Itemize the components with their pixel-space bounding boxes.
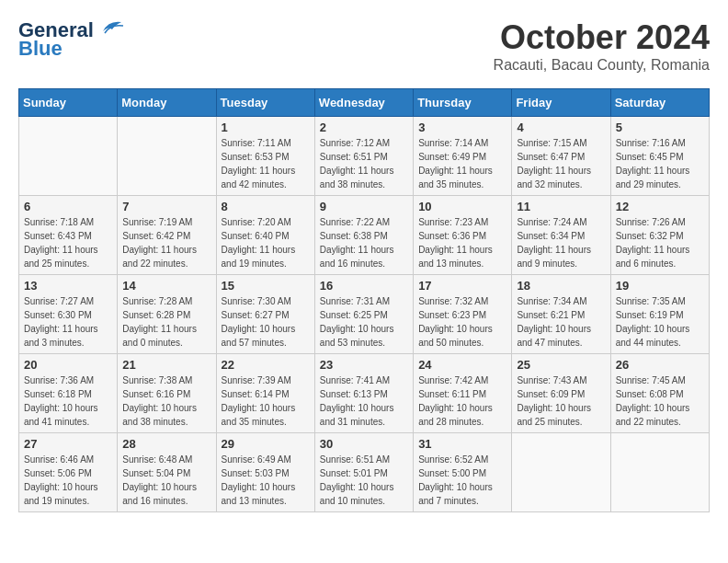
day-info: Sunrise: 7:41 AM Sunset: 6:13 PM Dayligh…: [320, 373, 408, 429]
calendar-cell: 20Sunrise: 7:36 AM Sunset: 6:18 PM Dayli…: [19, 354, 118, 433]
day-number: 31: [418, 437, 506, 451]
day-info: Sunrise: 7:22 AM Sunset: 6:38 PM Dayligh…: [320, 215, 408, 270]
day-number: 6: [24, 200, 112, 213]
calendar-cell: 15Sunrise: 7:30 AM Sunset: 6:27 PM Dayli…: [216, 275, 314, 354]
day-info: Sunrise: 7:39 AM Sunset: 6:14 PM Dayligh…: [222, 373, 310, 429]
calendar-cell: 6Sunrise: 7:18 AM Sunset: 6:43 PM Daylig…: [19, 196, 118, 275]
calendar-cell: 17Sunrise: 7:32 AM Sunset: 6:23 PM Dayli…: [414, 275, 512, 354]
day-number: 27: [24, 437, 112, 451]
day-number: 24: [418, 358, 506, 372]
day-number: 11: [517, 200, 605, 213]
calendar-header-saturday: Saturday: [610, 89, 709, 117]
calendar-cell: 8Sunrise: 7:20 AM Sunset: 6:40 PM Daylig…: [216, 196, 314, 275]
day-info: Sunrise: 6:49 AM Sunset: 5:03 PM Dayligh…: [222, 453, 310, 508]
day-info: Sunrise: 7:16 AM Sunset: 6:45 PM Dayligh…: [616, 136, 704, 191]
day-info: Sunrise: 7:42 AM Sunset: 6:11 PM Dayligh…: [418, 373, 506, 429]
day-info: Sunrise: 7:20 AM Sunset: 6:40 PM Dayligh…: [222, 215, 310, 270]
day-number: 7: [122, 200, 210, 213]
day-number: 20: [24, 358, 112, 372]
logo: General Blue: [18, 18, 125, 61]
day-number: 22: [222, 358, 310, 372]
calendar-cell: 5Sunrise: 7:16 AM Sunset: 6:45 PM Daylig…: [610, 117, 709, 196]
day-number: 5: [616, 121, 704, 134]
calendar-week-row: 27Sunrise: 6:46 AM Sunset: 5:06 PM Dayli…: [19, 433, 710, 512]
day-info: Sunrise: 6:48 AM Sunset: 5:04 PM Dayligh…: [122, 453, 210, 508]
calendar-cell: 4Sunrise: 7:15 AM Sunset: 6:47 PM Daylig…: [512, 117, 610, 196]
day-number: 14: [122, 279, 210, 293]
day-number: 10: [418, 200, 506, 213]
day-number: 30: [320, 437, 408, 451]
calendar-cell: 11Sunrise: 7:24 AM Sunset: 6:34 PM Dayli…: [512, 196, 610, 275]
calendar-cell: 22Sunrise: 7:39 AM Sunset: 6:14 PM Dayli…: [216, 354, 314, 433]
calendar-cell: [512, 433, 610, 512]
day-info: Sunrise: 7:15 AM Sunset: 6:47 PM Dayligh…: [517, 136, 605, 191]
day-number: 21: [122, 358, 210, 372]
month-title: October 2024: [494, 18, 710, 57]
calendar-cell: 12Sunrise: 7:26 AM Sunset: 6:32 PM Dayli…: [610, 196, 709, 275]
calendar-cell: [610, 433, 709, 512]
day-info: Sunrise: 7:24 AM Sunset: 6:34 PM Dayligh…: [517, 215, 605, 270]
day-info: Sunrise: 6:52 AM Sunset: 5:00 PM Dayligh…: [418, 453, 506, 508]
calendar-cell: 16Sunrise: 7:31 AM Sunset: 6:25 PM Dayli…: [314, 275, 413, 354]
calendar-cell: 28Sunrise: 6:48 AM Sunset: 5:04 PM Dayli…: [118, 433, 216, 512]
calendar-cell: 29Sunrise: 6:49 AM Sunset: 5:03 PM Dayli…: [216, 433, 314, 512]
day-number: 26: [616, 358, 704, 372]
calendar-cell: 26Sunrise: 7:45 AM Sunset: 6:08 PM Dayli…: [610, 354, 709, 433]
title-section: October 2024 Racauti, Bacau County, Roma…: [494, 18, 710, 74]
calendar-header-wednesday: Wednesday: [314, 89, 413, 117]
day-info: Sunrise: 7:23 AM Sunset: 6:36 PM Dayligh…: [418, 215, 506, 270]
day-number: 9: [320, 200, 408, 213]
page-header: General Blue October 2024 Racauti, Bacau…: [18, 18, 710, 74]
day-info: Sunrise: 7:18 AM Sunset: 6:43 PM Dayligh…: [24, 215, 112, 270]
day-info: Sunrise: 7:12 AM Sunset: 6:51 PM Dayligh…: [320, 136, 408, 191]
day-number: 23: [320, 358, 408, 372]
calendar-cell: 24Sunrise: 7:42 AM Sunset: 6:11 PM Dayli…: [414, 354, 512, 433]
day-number: 18: [517, 279, 605, 293]
calendar-cell: 27Sunrise: 6:46 AM Sunset: 5:06 PM Dayli…: [19, 433, 118, 512]
calendar-cell: 18Sunrise: 7:34 AM Sunset: 6:21 PM Dayli…: [512, 275, 610, 354]
calendar-header-thursday: Thursday: [414, 89, 512, 117]
calendar-week-row: 6Sunrise: 7:18 AM Sunset: 6:43 PM Daylig…: [19, 196, 710, 275]
day-number: 8: [222, 200, 310, 213]
calendar-cell: 1Sunrise: 7:11 AM Sunset: 6:53 PM Daylig…: [216, 117, 314, 196]
calendar-header-tuesday: Tuesday: [216, 89, 314, 117]
calendar-cell: 13Sunrise: 7:27 AM Sunset: 6:30 PM Dayli…: [19, 275, 118, 354]
location: Racauti, Bacau County, Romania: [494, 57, 710, 74]
calendar-cell: 2Sunrise: 7:12 AM Sunset: 6:51 PM Daylig…: [314, 117, 413, 196]
calendar-header-monday: Monday: [118, 89, 216, 117]
calendar-cell: 30Sunrise: 6:51 AM Sunset: 5:01 PM Dayli…: [314, 433, 413, 512]
day-info: Sunrise: 7:14 AM Sunset: 6:49 PM Dayligh…: [418, 136, 506, 191]
day-number: 16: [320, 279, 408, 293]
day-info: Sunrise: 7:45 AM Sunset: 6:08 PM Dayligh…: [616, 373, 704, 429]
logo-blue: Blue: [18, 37, 63, 61]
day-number: 29: [222, 437, 310, 451]
calendar-cell: 19Sunrise: 7:35 AM Sunset: 6:19 PM Dayli…: [610, 275, 709, 354]
day-info: Sunrise: 7:11 AM Sunset: 6:53 PM Dayligh…: [222, 136, 310, 191]
day-number: 28: [122, 437, 210, 451]
day-info: Sunrise: 7:34 AM Sunset: 6:21 PM Dayligh…: [517, 294, 605, 350]
calendar-cell: 10Sunrise: 7:23 AM Sunset: 6:36 PM Dayli…: [414, 196, 512, 275]
day-info: Sunrise: 7:30 AM Sunset: 6:27 PM Dayligh…: [222, 294, 310, 350]
day-number: 25: [517, 358, 605, 372]
calendar-week-row: 13Sunrise: 7:27 AM Sunset: 6:30 PM Dayli…: [19, 275, 710, 354]
calendar-table: SundayMondayTuesdayWednesdayThursdayFrid…: [18, 88, 710, 512]
day-number: 4: [517, 121, 605, 134]
day-info: Sunrise: 6:51 AM Sunset: 5:01 PM Dayligh…: [320, 453, 408, 508]
calendar-cell: [19, 117, 118, 196]
day-info: Sunrise: 7:38 AM Sunset: 6:16 PM Dayligh…: [122, 373, 210, 429]
day-number: 15: [222, 279, 310, 293]
day-number: 17: [418, 279, 506, 293]
calendar-week-row: 1Sunrise: 7:11 AM Sunset: 6:53 PM Daylig…: [19, 117, 710, 196]
calendar-cell: 31Sunrise: 6:52 AM Sunset: 5:00 PM Dayli…: [414, 433, 512, 512]
logo-bird-icon: [96, 18, 125, 39]
day-info: Sunrise: 7:28 AM Sunset: 6:28 PM Dayligh…: [122, 294, 210, 350]
calendar-cell: 14Sunrise: 7:28 AM Sunset: 6:28 PM Dayli…: [118, 275, 216, 354]
calendar-cell: 25Sunrise: 7:43 AM Sunset: 6:09 PM Dayli…: [512, 354, 610, 433]
day-info: Sunrise: 7:43 AM Sunset: 6:09 PM Dayligh…: [517, 373, 605, 429]
day-info: Sunrise: 6:46 AM Sunset: 5:06 PM Dayligh…: [24, 453, 112, 508]
day-info: Sunrise: 7:36 AM Sunset: 6:18 PM Dayligh…: [24, 373, 112, 429]
day-number: 13: [24, 279, 112, 293]
day-number: 12: [616, 200, 704, 213]
day-number: 2: [320, 121, 408, 134]
calendar-header-sunday: Sunday: [19, 89, 118, 117]
